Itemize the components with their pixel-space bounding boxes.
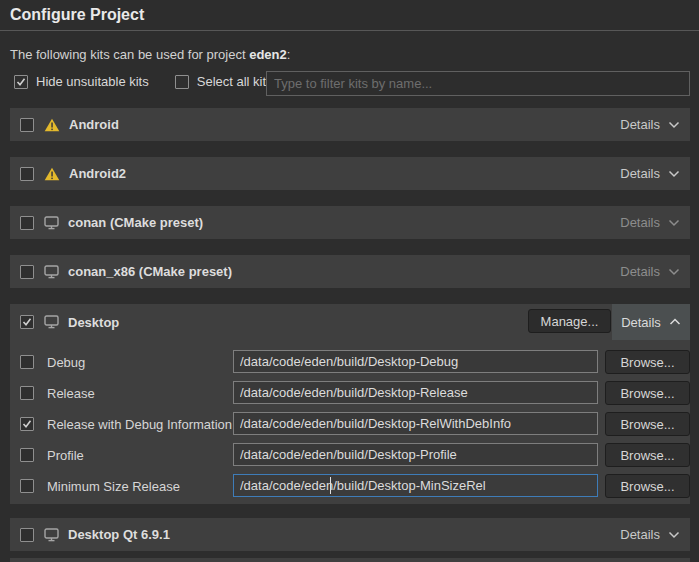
intro-prefix: The following kits can be used for proje…	[10, 47, 249, 62]
details-toggle[interactable]: Details	[610, 157, 690, 190]
desktop-icon	[44, 265, 59, 279]
details-toggle[interactable]: Details	[610, 206, 690, 239]
browse-button[interactable]: Browse...	[605, 474, 690, 498]
kit-row-conan: conan (CMake preset) Details	[10, 206, 690, 239]
filter-bar: Hide unsuitable kits Select all kits	[14, 74, 291, 89]
title-separator	[0, 30, 699, 31]
chevron-down-icon	[668, 531, 680, 539]
chevron-down-icon	[668, 219, 680, 227]
details-label: Details	[620, 527, 660, 542]
details-toggle[interactable]: Details	[610, 255, 690, 288]
page-title: Configure Project	[10, 6, 144, 24]
warning-icon	[44, 118, 60, 132]
intro-suffix: :	[287, 47, 291, 62]
config-label: Profile	[47, 448, 84, 463]
config-row-debug: Debug Browse...	[10, 350, 690, 374]
manage-button[interactable]: Manage...	[528, 309, 611, 333]
desktop-icon	[44, 216, 59, 230]
details-label: Details	[620, 215, 660, 230]
config-label: Release	[47, 386, 95, 401]
chevron-down-icon	[668, 170, 680, 178]
config-row-relwithdebinfo: Release with Debug Information Browse...	[10, 412, 690, 436]
kit-filter-input[interactable]	[266, 71, 690, 96]
config-label: Debug	[47, 355, 85, 370]
build-path-wrap	[233, 350, 598, 373]
config-label: Release with Debug Information	[47, 417, 232, 432]
config-checkbox[interactable]	[20, 355, 34, 369]
kit-checkbox[interactable]	[20, 216, 34, 230]
details-label: Details	[621, 315, 661, 330]
kit-row-android2: Android2 Details	[10, 157, 690, 190]
check-icon	[22, 317, 32, 327]
details-toggle[interactable]: Details	[612, 304, 690, 340]
chevron-down-icon	[668, 121, 680, 129]
build-path-input[interactable]	[233, 350, 598, 373]
config-row-release: Release Browse...	[10, 381, 690, 405]
config-row-minsizerel: Minimum Size Release Browse...	[10, 474, 690, 498]
build-path-input[interactable]	[233, 443, 598, 466]
browse-button[interactable]: Browse...	[605, 443, 690, 467]
kit-name: conan_x86 (CMake preset)	[68, 264, 232, 279]
kit-row-desktop-qt: Desktop Qt 6.9.1 Details	[10, 518, 690, 551]
select-all-checkbox[interactable]	[175, 75, 189, 89]
warning-icon	[44, 167, 60, 181]
config-row-profile: Profile Browse...	[10, 443, 690, 467]
kit-checkbox[interactable]	[20, 167, 34, 181]
check-icon	[22, 419, 32, 429]
build-path-input-focused[interactable]	[233, 474, 598, 497]
details-label: Details	[620, 117, 660, 132]
desktop-icon	[44, 528, 59, 542]
details-toggle[interactable]: Details	[610, 108, 690, 141]
desktop-icon	[44, 315, 59, 329]
kit-row-conan-x86: conan_x86 (CMake preset) Details	[10, 255, 690, 288]
kit-name: conan (CMake preset)	[68, 215, 203, 230]
kit-checkbox[interactable]	[20, 315, 34, 329]
browse-button[interactable]: Browse...	[605, 381, 690, 405]
kit-name: Android2	[69, 166, 126, 181]
partial-next-row	[10, 558, 690, 562]
kit-section-desktop: Desktop Manage... Details Debug Browse..…	[10, 304, 690, 504]
build-path-wrap	[233, 443, 598, 466]
kit-row-android: Android Details	[10, 108, 690, 141]
text-cursor	[330, 477, 331, 494]
hide-unsuitable-label: Hide unsuitable kits	[36, 74, 149, 89]
kit-name: Desktop Qt 6.9.1	[68, 527, 170, 542]
config-checkbox[interactable]	[20, 386, 34, 400]
config-label: Minimum Size Release	[47, 479, 180, 494]
build-path-input[interactable]	[233, 381, 598, 404]
intro-text: The following kits can be used for proje…	[10, 47, 290, 62]
kit-name: Android	[69, 117, 119, 132]
browse-button[interactable]: Browse...	[605, 350, 690, 374]
config-checkbox[interactable]	[20, 417, 34, 431]
kit-name: Desktop	[68, 315, 119, 330]
details-label: Details	[620, 264, 660, 279]
chevron-up-icon	[669, 318, 681, 326]
project-name: eden2	[249, 47, 287, 62]
details-label: Details	[620, 166, 660, 181]
build-path-wrap	[233, 412, 598, 435]
chevron-down-icon	[668, 268, 680, 276]
build-path-wrap	[233, 381, 598, 404]
browse-button[interactable]: Browse...	[605, 412, 690, 436]
kit-checkbox[interactable]	[20, 265, 34, 279]
check-icon	[16, 77, 26, 87]
config-checkbox[interactable]	[20, 448, 34, 462]
build-path-input[interactable]	[233, 412, 598, 435]
build-path-wrap	[233, 474, 598, 497]
hide-unsuitable-checkbox[interactable]	[14, 75, 28, 89]
select-all-label: Select all kits	[197, 74, 273, 89]
details-toggle[interactable]: Details	[610, 518, 690, 551]
kit-checkbox[interactable]	[20, 118, 34, 132]
config-checkbox[interactable]	[20, 479, 34, 493]
kit-checkbox[interactable]	[20, 528, 34, 542]
